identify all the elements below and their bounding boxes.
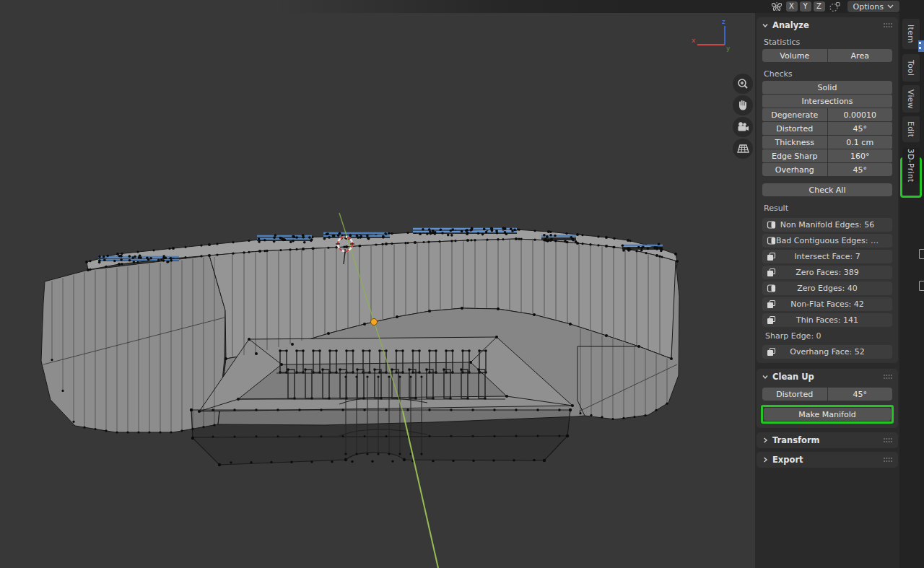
panel-analyze-title: Analyze bbox=[772, 20, 879, 30]
tab-view[interactable]: View bbox=[902, 85, 920, 113]
panel-clean-up-header[interactable]: Clean Up bbox=[757, 369, 898, 385]
axis-y-label: y bbox=[726, 45, 731, 52]
thickness-value-field[interactable]: 0.1 cm bbox=[828, 136, 893, 149]
edge-select-icon bbox=[767, 220, 776, 230]
panel-transform-title: Transform bbox=[772, 435, 879, 445]
sidebar-tabstrip: Item Tool View Edit 3D-Print bbox=[899, 13, 924, 568]
drag-grip-icon[interactable] bbox=[883, 437, 893, 443]
result-row-label: Non Manifold Edges: 56 bbox=[780, 220, 874, 230]
make-manifold-button[interactable]: Make Manifold bbox=[764, 408, 891, 421]
result-row-label: Intersect Face: 7 bbox=[794, 252, 860, 261]
blender-window: X Y Z Options z x y bbox=[0, 0, 924, 568]
panel-export-title: Export bbox=[772, 455, 879, 465]
check-edge-sharp-button[interactable]: Edge Sharp bbox=[762, 149, 827, 162]
panel-export-header[interactable]: Export bbox=[757, 452, 898, 468]
hand-icon bbox=[736, 99, 749, 112]
face-select-icon bbox=[767, 252, 776, 261]
axis-x-label: x bbox=[692, 37, 696, 44]
clipped-blue-icon bbox=[918, 40, 924, 52]
result-label: Result bbox=[757, 196, 898, 214]
proportional-editing-icon[interactable] bbox=[827, 1, 842, 12]
result-thin-faces[interactable]: Thin Faces: 141 bbox=[762, 313, 892, 327]
chevron-down-icon bbox=[887, 4, 894, 9]
mirror-z-toggle[interactable]: Z bbox=[814, 1, 825, 12]
cleanup-distorted-value[interactable]: 45° bbox=[828, 388, 893, 401]
ortho-toggle-button[interactable] bbox=[733, 139, 753, 159]
panel-analyze: Analyze Statistics Volume Area Checks So… bbox=[757, 17, 898, 363]
result-non-manifold-edges[interactable]: Non Manifold Edges: 56 bbox=[762, 218, 892, 232]
mirror-x-toggle[interactable]: X bbox=[786, 1, 798, 12]
check-solid-button[interactable]: Solid bbox=[762, 81, 892, 94]
edge-select-icon bbox=[767, 284, 776, 293]
face-select-icon bbox=[767, 347, 776, 357]
magnifier-plus-icon bbox=[736, 77, 749, 90]
check-overhang-button[interactable]: Overhang bbox=[762, 163, 827, 176]
face-select-icon bbox=[767, 268, 776, 277]
tab-item[interactable]: Item bbox=[902, 19, 920, 49]
result-row-label: Thin Faces: 141 bbox=[796, 315, 858, 325]
grid-icon bbox=[736, 143, 750, 154]
edge-select-icon bbox=[767, 236, 776, 245]
face-select-icon bbox=[767, 300, 776, 309]
volume-button[interactable]: Volume bbox=[762, 49, 827, 62]
drag-grip-icon[interactable] bbox=[883, 457, 893, 463]
axis-z-label: z bbox=[722, 18, 725, 25]
panel-clean-up-title: Clean Up bbox=[772, 372, 879, 382]
statistics-label: Statistics bbox=[757, 33, 898, 48]
options-label: Options bbox=[853, 2, 884, 12]
axis-orientation-gizmo[interactable]: z x y bbox=[686, 16, 736, 56]
tab-3d-print[interactable]: 3D-Print bbox=[902, 148, 920, 183]
panel-transform-header[interactable]: Transform bbox=[757, 432, 898, 448]
make-manifold-highlight: Make Manifold bbox=[761, 405, 894, 424]
area-button[interactable]: Area bbox=[828, 49, 893, 62]
distorted-value-field[interactable]: 45° bbox=[828, 122, 893, 135]
chevron-right-icon bbox=[762, 437, 769, 444]
checks-label: Checks bbox=[757, 62, 898, 80]
result-non-flat-faces[interactable]: Non-Flat Faces: 42 bbox=[762, 297, 892, 311]
result-zero-faces[interactable]: Zero Faces: 389 bbox=[762, 266, 892, 279]
check-degenerate-button[interactable]: Degenerate bbox=[762, 108, 827, 121]
options-dropdown[interactable]: Options bbox=[847, 1, 899, 12]
check-all-button[interactable]: Check All bbox=[762, 183, 892, 196]
panel-transform: Transform bbox=[757, 432, 898, 448]
check-distorted-button[interactable]: Distorted bbox=[762, 122, 827, 135]
drag-grip-icon[interactable] bbox=[883, 374, 893, 380]
result-zero-edges[interactable]: Zero Edges: 40 bbox=[762, 281, 892, 295]
sharp-edge-result-label: Sharp Edge: 0 bbox=[757, 329, 898, 343]
panel-export: Export bbox=[757, 452, 898, 468]
chevron-down-icon bbox=[762, 373, 769, 380]
chevron-down-icon bbox=[762, 22, 769, 29]
chevron-right-icon bbox=[762, 456, 769, 463]
cleanup-distorted-button[interactable]: Distorted bbox=[762, 388, 827, 401]
result-row-label: Zero Faces: 389 bbox=[796, 268, 859, 277]
result-intersect-face[interactable]: Intersect Face: 7 bbox=[762, 250, 892, 263]
tab-edit[interactable]: Edit bbox=[902, 116, 920, 142]
face-select-icon bbox=[767, 315, 776, 325]
viewport-header: X Y Z Options bbox=[0, 0, 924, 13]
panel-analyze-header[interactable]: Analyze bbox=[757, 17, 898, 33]
result-overhang-face[interactable]: Overhang Face: 52 bbox=[762, 345, 892, 359]
viewport-nav-gizmos bbox=[733, 74, 753, 159]
result-row-label: Overhang Face: 52 bbox=[790, 347, 865, 357]
mirror-icon[interactable] bbox=[770, 1, 784, 12]
sidebar: Analyze Statistics Volume Area Checks So… bbox=[755, 13, 899, 568]
edge-sharp-value-field[interactable]: 160° bbox=[828, 149, 893, 162]
mirror-y-toggle[interactable]: Y bbox=[800, 1, 811, 12]
pan-button[interactable] bbox=[733, 95, 753, 115]
check-thickness-button[interactable]: Thickness bbox=[762, 136, 827, 149]
drag-grip-icon[interactable] bbox=[883, 22, 893, 28]
tab-tool[interactable]: Tool bbox=[902, 54, 920, 82]
camera-icon bbox=[736, 121, 750, 134]
overhang-value-field[interactable]: 45° bbox=[828, 163, 893, 176]
result-row-label: Zero Edges: 40 bbox=[797, 284, 857, 293]
degenerate-value-field[interactable]: 0.00010 bbox=[828, 108, 893, 121]
result-row-label: Non-Flat Faces: 42 bbox=[790, 300, 864, 309]
clipped-panel-icon bbox=[919, 281, 924, 291]
check-intersections-button[interactable]: Intersections bbox=[762, 95, 892, 108]
panel-clean-up: Clean Up Distorted 45° Make Manifold bbox=[757, 369, 898, 428]
clipped-panel-icon bbox=[919, 249, 924, 259]
zoom-button[interactable] bbox=[733, 74, 753, 94]
camera-view-button[interactable] bbox=[733, 117, 753, 137]
result-bad-contiguous-edges[interactable]: Bad Contiguous Edges: … bbox=[762, 234, 892, 248]
result-row-label: Bad Contiguous Edges: … bbox=[776, 236, 879, 245]
